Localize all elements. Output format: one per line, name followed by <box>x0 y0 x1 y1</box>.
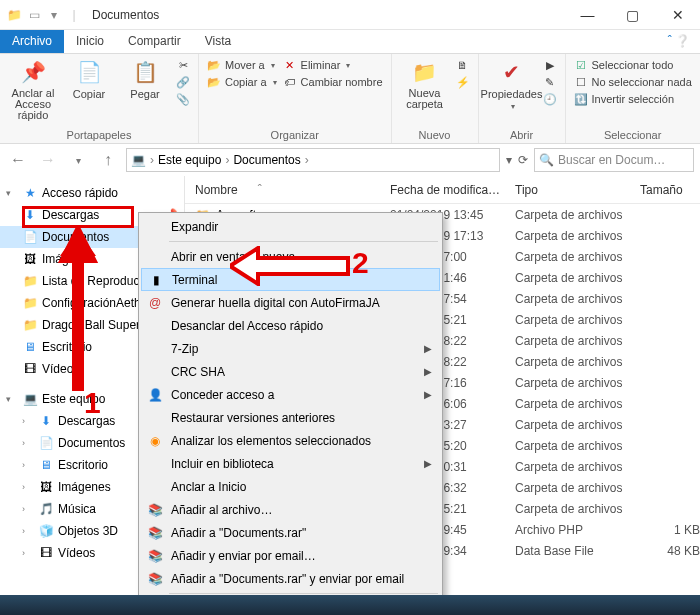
ctx-expandir[interactable]: Expandir <box>141 215 440 238</box>
recent-dropdown[interactable]: ▾ <box>66 148 90 172</box>
cut-button[interactable]: ✂ <box>176 58 190 72</box>
file-type: Carpeta de archivos <box>505 460 630 474</box>
selectall-icon: ☑ <box>574 58 588 72</box>
column-headers[interactable]: Nombreˆ Fecha de modifica… Tipo Tamaño <box>185 176 700 204</box>
properties-button[interactable]: ✔Propiedades▾ <box>487 58 537 111</box>
tab-archivo[interactable]: Archivo <box>0 30 64 53</box>
forward-button[interactable]: → <box>36 148 60 172</box>
avast-icon: ◉ <box>147 433 163 449</box>
titlebar: 📁 ▭ ▾ | Documentos — ▢ ✕ <box>0 0 700 30</box>
copyto-button[interactable]: 📂Copiar a▾ <box>207 75 277 89</box>
submenu-arrow-icon: ▶ <box>424 458 432 469</box>
ctx-restaurar[interactable]: Restaurar versiones anteriores <box>141 406 440 429</box>
file-type: Carpeta de archivos <box>505 208 630 222</box>
ctx-huella[interactable]: @Generar huella digital con AutoFirmaJA <box>141 291 440 314</box>
help-icon[interactable]: ˆ ❔ <box>658 30 700 53</box>
rename-button[interactable]: 🏷Cambiar nombre <box>283 75 383 89</box>
selectnone-icon: ☐ <box>574 75 588 89</box>
newitem-icon: 🗎 <box>456 58 470 72</box>
annotation-arrow-1 <box>58 226 98 396</box>
up-button[interactable]: ↑ <box>96 148 120 172</box>
pin-quick-access-button[interactable]: 📌Anclar al Acceso rápido <box>8 58 58 121</box>
ctx-conceder[interactable]: 👤Conceder acceso a▶ <box>141 383 440 406</box>
easyaccess-icon: ⚡ <box>456 75 470 89</box>
crumb-esteequipo[interactable]: Este equipo <box>158 153 221 167</box>
ctx-7zip[interactable]: 7-Zip▶ <box>141 337 440 360</box>
newfolder-icon: 📁 <box>411 58 439 86</box>
winrar-icon: 📚 <box>147 571 163 587</box>
col-fecha[interactable]: Fecha de modifica… <box>380 183 505 197</box>
breadcrumb[interactable]: 💻 › Este equipo › Documentos › <box>126 148 500 172</box>
easyaccess-button[interactable]: ⚡ <box>456 75 470 89</box>
back-button[interactable]: ← <box>6 148 30 172</box>
folder-icon: 📁 <box>22 318 38 332</box>
annotation-arrow-2 <box>230 246 350 286</box>
group-nuevo: 📁Nueva carpeta 🗎 ⚡ Nuevo <box>392 54 479 143</box>
ctx-add-docrar-email[interactable]: 📚Añadir a "Documents.rar" y enviar por e… <box>141 567 440 590</box>
copy-button[interactable]: 📄Copiar <box>64 58 114 100</box>
file-size: 1 KB <box>630 523 700 537</box>
selectall-button[interactable]: ☑Seleccionar todo <box>574 58 692 72</box>
delete-button[interactable]: ✕Eliminar▾ <box>283 58 383 72</box>
folder-icon: 📁 <box>22 296 38 310</box>
copypath-button[interactable]: 🔗 <box>176 75 190 89</box>
history-button[interactable]: 🕘 <box>543 92 557 106</box>
search-input[interactable]: 🔍 Buscar en Docum… <box>534 148 694 172</box>
edit-icon: ✎ <box>543 75 557 89</box>
pc-icon: 💻 <box>131 153 146 167</box>
file-type: Carpeta de archivos <box>505 271 630 285</box>
ctx-crc[interactable]: CRC SHA▶ <box>141 360 440 383</box>
col-nombre[interactable]: Nombre <box>195 183 238 197</box>
file-type: Carpeta de archivos <box>505 418 630 432</box>
close-button[interactable]: ✕ <box>655 1 700 29</box>
group-organizar: 📂Mover a▾ 📂Copiar a▾ ✕Eliminar▾ 🏷Cambiar… <box>199 54 392 143</box>
qat-item-icon[interactable]: ▭ <box>26 7 42 23</box>
pasteshortcut-button[interactable]: 📎 <box>176 92 190 106</box>
qat-dropdown-icon[interactable]: ▾ <box>46 7 62 23</box>
tab-compartir[interactable]: Compartir <box>116 30 193 53</box>
annotation-rect-documentos <box>22 206 134 228</box>
group-label: Portapapeles <box>8 127 190 141</box>
ctx-add-docrar[interactable]: 📚Añadir a "Documents.rar" <box>141 521 440 544</box>
minimize-button[interactable]: — <box>565 1 610 29</box>
newfolder-button[interactable]: 📁Nueva carpeta <box>400 58 450 110</box>
group-label: Organizar <box>207 127 383 141</box>
share-icon: 👤 <box>147 387 163 403</box>
col-tipo[interactable]: Tipo <box>505 183 630 197</box>
tree-acceso-rapido[interactable]: ▾★Acceso rápido <box>0 182 184 204</box>
paste-icon: 📋 <box>131 58 159 86</box>
tab-inicio[interactable]: Inicio <box>64 30 116 53</box>
selectnone-button[interactable]: ☐No seleccionar nada <box>574 75 692 89</box>
ctx-add-email[interactable]: 📚Añadir y enviar por email… <box>141 544 440 567</box>
open-button[interactable]: ▶ <box>543 58 557 72</box>
refresh-icon[interactable]: ⟳ <box>518 153 528 167</box>
moveto-button[interactable]: 📂Mover a▾ <box>207 58 277 72</box>
shortcut-icon: 📎 <box>176 92 190 106</box>
ctx-desanclar[interactable]: Desanclar del Acceso rápido <box>141 314 440 337</box>
group-label: Abrir <box>487 127 557 141</box>
maximize-button[interactable]: ▢ <box>610 1 655 29</box>
addr-dropdown-icon[interactable]: ▾ <box>506 153 512 167</box>
ctx-incluir[interactable]: Incluir en biblioteca▶ <box>141 452 440 475</box>
ctx-anclar-inicio[interactable]: Anclar a Inicio <box>141 475 440 498</box>
file-type: Carpeta de archivos <box>505 292 630 306</box>
crumb-sep: › <box>150 153 154 167</box>
crumb-documentos[interactable]: Documentos <box>233 153 300 167</box>
tab-vista[interactable]: Vista <box>193 30 243 53</box>
col-tamano[interactable]: Tamaño <box>630 183 700 197</box>
copy-icon: 📄 <box>75 58 103 86</box>
ctx-add-archivo[interactable]: 📚Añadir al archivo… <box>141 498 440 521</box>
delete-icon: ✕ <box>283 58 297 72</box>
ctx-analizar[interactable]: ◉Analizar los elementos seleccionados <box>141 429 440 452</box>
edit-button[interactable]: ✎ <box>543 75 557 89</box>
search-icon: 🔍 <box>539 153 554 167</box>
svg-rect-1 <box>72 254 84 391</box>
images-icon: 🖼 <box>38 480 54 494</box>
invertsel-button[interactable]: 🔃Invertir selección <box>574 92 692 106</box>
paste-button[interactable]: 📋Pegar <box>120 58 170 100</box>
doc-icon: 📄 <box>22 230 38 244</box>
group-label: Nuevo <box>400 127 470 141</box>
rename-icon: 🏷 <box>283 75 297 89</box>
file-type: Carpeta de archivos <box>505 502 630 516</box>
newitem-button[interactable]: 🗎 <box>456 58 470 72</box>
